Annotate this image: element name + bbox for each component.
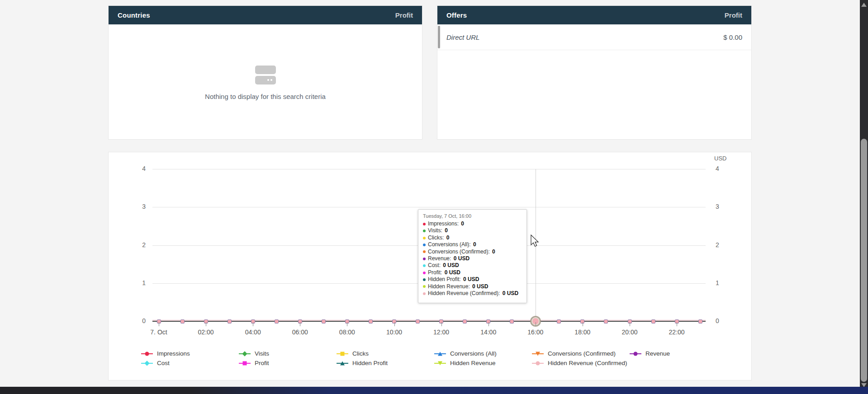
legend-item[interactable]: Hidden Revenue (Confirmed): [532, 358, 630, 368]
y-axis-tick-label-right: 2: [716, 241, 734, 249]
x-axis-tick-label: 08:00: [331, 328, 363, 336]
legend-item[interactable]: Profit: [239, 358, 337, 368]
offers-profit-column-label: Profit: [725, 11, 742, 19]
y-axis-tick-label-left: 1: [128, 279, 146, 286]
chart-point[interactable]: [651, 319, 655, 324]
tooltip-item-value: 0: [446, 235, 450, 241]
legend-marker: [630, 351, 641, 356]
chart-point[interactable]: [698, 319, 702, 324]
countries-panel-title: Countries: [118, 11, 150, 19]
legend-label: Conversions (All): [450, 350, 497, 357]
triangle-down-marker-icon: [536, 352, 540, 356]
tooltip-item-text: Visits: 0: [428, 227, 448, 234]
server-icon-top-bar: [255, 66, 276, 74]
tooltip-item-text: Profit: 0 USD: [428, 269, 460, 276]
chart-point[interactable]: [275, 319, 279, 324]
legend-marker: [141, 351, 153, 356]
legend-marker: [434, 361, 446, 366]
page-scrollbar-thumb[interactable]: [861, 139, 867, 382]
tooltip-item: Revenue: 0 USD: [423, 255, 522, 262]
chart-point[interactable]: [416, 319, 420, 324]
x-axis-tick: [253, 322, 253, 326]
x-axis-tick-label: 7. Oct: [143, 328, 175, 336]
tooltip-item: Hidden Revenue: 0 USD: [423, 283, 522, 290]
legend-label: Hidden Profit: [352, 360, 388, 366]
y-gridline: [152, 207, 706, 207]
x-axis-tick: [347, 322, 347, 326]
x-axis-tick: [489, 322, 489, 326]
offers-panel-title: Offers: [446, 11, 467, 19]
tooltip-item-text: Revenue: 0 USD: [428, 255, 470, 262]
offer-name[interactable]: Direct URL: [446, 33, 479, 41]
tooltip-item-text: Hidden Revenue (Confirmed): 0 USD: [428, 290, 518, 297]
tooltip-item-text: Cost: 0 USD: [428, 262, 459, 269]
legend-item[interactable]: Clicks: [337, 349, 434, 358]
legend-item[interactable]: Conversions (All): [434, 349, 532, 358]
legend-item[interactable]: Conversions (Confirmed): [532, 349, 630, 358]
tooltip-item: Conversions (All): 0: [423, 241, 522, 248]
tooltip-item-text: Conversions (All): 0: [428, 241, 476, 248]
tooltip-item-value: 0 USD: [463, 276, 479, 282]
x-axis-tick: [583, 322, 583, 326]
server-icon-dot: [270, 79, 272, 81]
tooltip-item-value: 0 USD: [454, 255, 470, 262]
chart-point[interactable]: [369, 319, 373, 324]
x-axis-tick: [394, 322, 395, 326]
tooltip-item-value: 0 USD: [445, 269, 460, 276]
tooltip-series-bullet-icon: [423, 272, 426, 274]
tooltip-item-value: 0 USD: [503, 290, 518, 296]
legend-label: Visits: [255, 350, 269, 357]
chart-point[interactable]: [322, 319, 326, 324]
diamond-marker-icon: [144, 361, 149, 366]
tooltip-item-value: 0 USD: [443, 262, 459, 268]
offers-panel: Offers Profit Direct URL $ 0.00: [437, 6, 751, 139]
tooltip-item: Profit: 0 USD: [423, 269, 522, 276]
triangle-up-marker-icon: [340, 361, 345, 365]
x-axis-tick-label: 04:00: [237, 328, 269, 336]
legend-item[interactable]: Hidden Profit: [337, 358, 434, 368]
x-axis-tick-label: 10:00: [379, 328, 410, 336]
y-axis-unit-label: USD: [714, 155, 726, 162]
tooltip-item: Hidden Profit: 0 USD: [423, 276, 522, 283]
offers-panel-header: Offers Profit: [437, 6, 751, 24]
chart-point[interactable]: [510, 319, 514, 324]
chart-point[interactable]: [228, 319, 232, 324]
square-marker-icon: [341, 352, 345, 356]
tooltip-item-text: Clicks: 0: [428, 235, 449, 241]
legend-item[interactable]: Revenue: [630, 349, 727, 358]
tooltip-series-bullet-icon: [423, 285, 426, 288]
chart-legend: ImpressionsVisitsClicksConversions (All)…: [141, 349, 727, 368]
scrollbar-up-arrow-icon[interactable]: [861, 3, 867, 7]
x-axis-tick-label: 22:00: [661, 328, 693, 336]
legend-label: Hidden Revenue (Confirmed): [548, 360, 627, 366]
y-axis-tick-label-left: 3: [128, 203, 146, 210]
legend-marker: [337, 361, 348, 366]
legend-marker: [337, 351, 348, 356]
x-axis-tick-label: 02:00: [190, 328, 222, 336]
legend-label: Profit: [255, 360, 269, 366]
countries-profit-column-label: Profit: [395, 11, 413, 19]
y-axis-tick-label-left: 4: [128, 165, 146, 172]
server-icon-bottom-bar: [255, 76, 276, 84]
timeseries-chart-panel: USD 00112233447. Oct02:0004:0006:0008:00…: [109, 152, 751, 380]
tooltip-item-value: 0: [473, 241, 476, 248]
tooltip-item: Impressions: 0: [423, 220, 522, 227]
legend-item[interactable]: Visits: [239, 349, 337, 358]
tooltip-item-text: Hidden Revenue: 0 USD: [428, 283, 488, 290]
chart-point[interactable]: [604, 319, 608, 324]
chart-point[interactable]: [557, 319, 561, 324]
chart-point[interactable]: [180, 319, 185, 324]
countries-panel-header: Countries Profit: [109, 6, 422, 24]
legend-item[interactable]: Impressions: [141, 349, 239, 358]
legend-marker: [239, 351, 251, 356]
offer-row[interactable]: Direct URL $ 0.00: [437, 24, 751, 50]
circle-marker-icon: [145, 352, 149, 356]
offers-list-scrollbar-thumb[interactable]: [438, 26, 440, 48]
x-axis-tick-label: 18:00: [567, 328, 598, 336]
legend-label: Impressions: [157, 350, 190, 357]
legend-item[interactable]: Hidden Revenue: [434, 358, 532, 368]
legend-item[interactable]: Cost: [141, 358, 239, 368]
tooltip-item: Conversions (Confirmed): 0: [423, 249, 522, 255]
chart-point[interactable]: [463, 319, 467, 324]
x-axis-tick-label: 16:00: [520, 328, 551, 336]
